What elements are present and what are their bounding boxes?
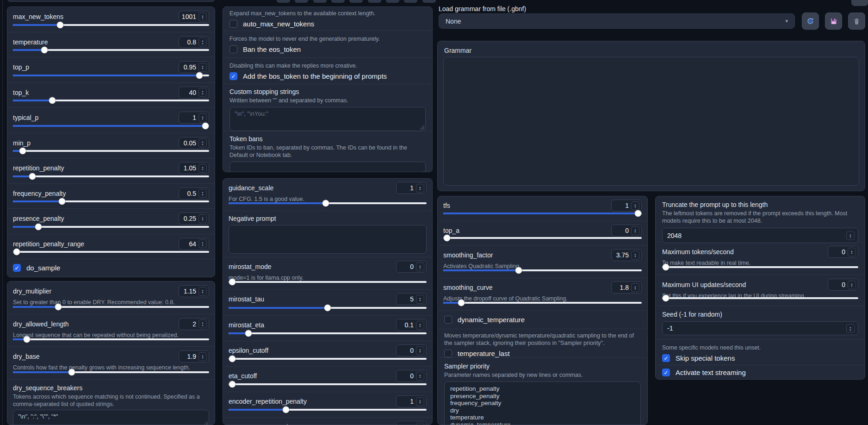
number-spinner-icon[interactable]: ▴▾ <box>198 138 207 147</box>
slider-thumb[interactable] <box>35 223 42 230</box>
checkbox-box[interactable] <box>662 369 670 376</box>
slider-thumb[interactable] <box>229 381 236 388</box>
smoothing_factor-number-input[interactable]: 3.75▴▾ <box>611 249 642 261</box>
mirostat_tau-slider[interactable] <box>229 307 427 309</box>
mirostat_tau-number-input[interactable]: 5▴▾ <box>396 293 427 305</box>
temperature-slider[interactable] <box>13 49 209 51</box>
delete-grammar-button[interactable] <box>848 12 865 30</box>
dry_allowed_length-number-input[interactable]: 2▴▾ <box>179 318 209 330</box>
number-spinner-icon[interactable]: ▴▾ <box>416 372 424 381</box>
skip-special-tokens-checkbox[interactable]: Skip special tokens <box>662 354 858 362</box>
sampler-priority-input[interactable]: repetition_penalty presence_penalty freq… <box>444 381 641 425</box>
number-spinner-icon[interactable]: ▴▾ <box>198 88 207 97</box>
checkbox-box[interactable] <box>13 264 21 272</box>
repetition_penalty-number-input[interactable]: 1.05▴▾ <box>179 162 209 174</box>
dry_multiplier-number-input[interactable]: 1.15▴▾ <box>179 285 209 297</box>
number-spinner-icon[interactable]: ▴▾ <box>848 248 856 256</box>
number-spinner-icon[interactable]: ▴▾ <box>631 226 639 235</box>
number-spinner-icon[interactable]: ▴▾ <box>198 113 207 122</box>
number-spinner-icon[interactable]: ▴▾ <box>416 184 424 193</box>
save-grammar-button[interactable] <box>825 12 842 30</box>
frequency_penalty-slider[interactable] <box>13 200 209 202</box>
typical_p-slider[interactable] <box>13 125 209 127</box>
number-spinner-icon[interactable]: ▴▾ <box>198 63 207 72</box>
number-spinner-icon[interactable]: ▴▾ <box>198 239 207 248</box>
refresh-grammar-button[interactable] <box>802 12 819 30</box>
slider-thumb[interactable] <box>663 264 670 271</box>
ban-eos-token-checkbox[interactable]: Ban the eos_token <box>229 45 426 53</box>
number-spinner-icon[interactable]: ▴▾ <box>631 251 639 260</box>
top_a-number-input[interactable]: 0▴▾ <box>611 225 642 237</box>
slider-thumb[interactable] <box>23 336 30 343</box>
frequency_penalty-number-input[interactable]: 0.5▴▾ <box>179 188 209 200</box>
max_new_tokens-number-input[interactable]: 1001▴▾ <box>179 11 209 23</box>
slider-thumb[interactable] <box>515 267 522 274</box>
do_sample-checkbox[interactable]: do_sample <box>13 264 209 272</box>
temperature-number-input[interactable]: 0.8▴▾ <box>179 36 209 48</box>
number-spinner-icon[interactable]: ▴▾ <box>416 321 424 330</box>
number-spinner-icon[interactable]: ▴▾ <box>198 38 207 46</box>
number-spinner-icon[interactable]: ▴▾ <box>198 319 207 328</box>
checkbox-box[interactable] <box>229 72 237 80</box>
mirostat_eta-slider[interactable] <box>229 332 427 334</box>
epsilon_cutoff-number-input[interactable]: 0▴▾ <box>396 344 427 356</box>
slider-thumb[interactable] <box>635 210 642 217</box>
min_p-slider[interactable] <box>13 150 209 152</box>
mirostat_mode-slider[interactable] <box>229 281 427 283</box>
dry_sequence_breakers-input[interactable]: "\n", ":", "\"", "*" <box>13 410 209 425</box>
slider-thumb[interactable] <box>13 249 20 256</box>
checkbox-box[interactable] <box>444 350 452 357</box>
top_k-slider[interactable] <box>13 100 209 101</box>
number-spinner-icon[interactable]: ▴▾ <box>416 423 424 425</box>
token-bans-input[interactable] <box>229 162 426 172</box>
number-spinner-icon[interactable]: ▴▾ <box>198 12 207 21</box>
eta_cutoff-slider[interactable] <box>229 383 427 385</box>
slider-thumb[interactable] <box>68 369 75 375</box>
number-spinner-icon[interactable]: ▴▾ <box>198 164 207 173</box>
slider-thumb[interactable] <box>29 173 36 180</box>
number-spinner-icon[interactable]: ▴▾ <box>846 324 855 333</box>
number-spinner-icon[interactable]: ▴▾ <box>198 352 207 361</box>
resize-handle-icon[interactable] <box>418 170 424 172</box>
guidance_scale-slider[interactable] <box>229 202 427 204</box>
top_p-number-input[interactable]: 0.95▴▾ <box>179 61 209 73</box>
eta_cutoff-number-input[interactable]: 0▴▾ <box>396 370 427 382</box>
max-ui-updates-slider[interactable] <box>662 297 858 299</box>
presence_penalty-slider[interactable] <box>13 226 209 228</box>
number-spinner-icon[interactable]: ▴▾ <box>416 262 424 271</box>
dry_base-number-input[interactable]: 1.9▴▾ <box>179 350 209 362</box>
number-spinner-icon[interactable]: ▴▾ <box>846 231 855 240</box>
max-tokens-second-slider[interactable] <box>662 266 858 268</box>
no_repeat_ngram_size-number-input[interactable]: 0▴▾ <box>396 421 427 425</box>
truncate-length-input[interactable]: 2048▴▾ <box>662 228 858 243</box>
dynamic_temperature-checkbox[interactable]: dynamic_temperature <box>444 316 641 324</box>
custom-stopping-strings-input[interactable]: "\n", "\nYou:" <box>229 107 426 131</box>
dry_allowed_length-slider[interactable] <box>13 338 209 340</box>
number-spinner-icon[interactable]: ▴▾ <box>416 295 424 304</box>
mirostat_mode-number-input[interactable]: 0▴▾ <box>396 261 427 273</box>
slider-thumb[interactable] <box>663 295 670 302</box>
slider-thumb[interactable] <box>202 122 209 129</box>
dry_multiplier-slider[interactable] <box>13 306 209 308</box>
slider-thumb[interactable] <box>283 406 290 413</box>
slider-thumb[interactable] <box>458 300 465 306</box>
max-ui-updates-number-input[interactable]: 0▴▾ <box>828 279 858 291</box>
dry_base-slider[interactable] <box>13 371 209 373</box>
smoothing_curve-number-input[interactable]: 1.8▴▾ <box>611 281 642 294</box>
temperature_last-checkbox[interactable]: temperature_last <box>444 350 641 357</box>
number-spinner-icon[interactable]: ▴▾ <box>198 214 207 223</box>
number-spinner-icon[interactable]: ▴▾ <box>198 189 207 198</box>
mirostat_eta-number-input[interactable]: 0.1▴▾ <box>396 319 427 331</box>
grammar-file-dropdown[interactable]: None ▾ <box>439 13 795 29</box>
checkbox-box[interactable] <box>229 20 237 28</box>
checkbox-box[interactable] <box>662 354 670 362</box>
repetition_penalty_range-slider[interactable] <box>13 251 209 253</box>
top_k-number-input[interactable]: 40▴▾ <box>179 87 209 99</box>
slider-thumb[interactable] <box>245 330 252 337</box>
checkbox-box[interactable] <box>444 316 452 324</box>
number-spinner-icon[interactable]: ▴▾ <box>631 283 639 292</box>
seed-input[interactable]: -1▴▾ <box>662 321 858 335</box>
slider-thumb[interactable] <box>56 21 63 28</box>
number-spinner-icon[interactable]: ▴▾ <box>416 346 424 355</box>
max_new_tokens-slider[interactable] <box>13 24 209 26</box>
